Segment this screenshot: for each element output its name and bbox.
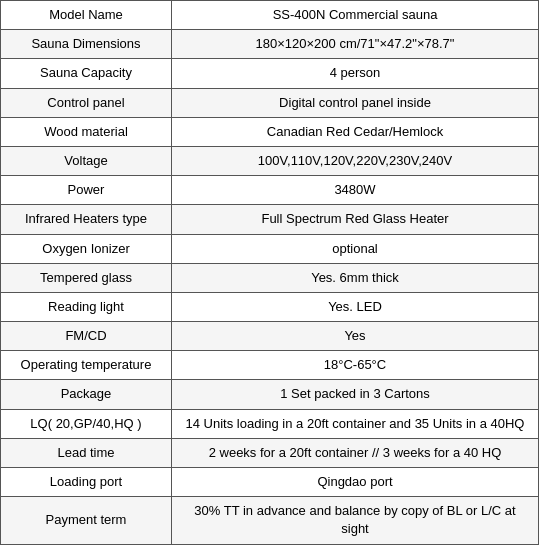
spec-value-16: Qingdao port xyxy=(172,468,539,497)
spec-label-9: Tempered glass xyxy=(1,263,172,292)
spec-value-0: SS-400N Commercial sauna xyxy=(172,1,539,30)
spec-label-3: Control panel xyxy=(1,88,172,117)
spec-value-12: 18°C-65°C xyxy=(172,351,539,380)
spec-label-2: Sauna Capacity xyxy=(1,59,172,88)
spec-label-8: Oxygen Ionizer xyxy=(1,234,172,263)
spec-label-4: Wood material xyxy=(1,117,172,146)
spec-label-11: FM/CD xyxy=(1,322,172,351)
spec-label-7: Infrared Heaters type xyxy=(1,205,172,234)
spec-value-1: 180×120×200 cm/71"×47.2"×78.7" xyxy=(172,30,539,59)
spec-value-11: Yes xyxy=(172,322,539,351)
product-spec-table: Model NameSS-400N Commercial saunaSauna … xyxy=(0,0,539,545)
spec-value-15: 2 weeks for a 20ft container // 3 weeks … xyxy=(172,438,539,467)
spec-value-17: 30% TT in advance and balance by copy of… xyxy=(172,497,539,544)
spec-label-13: Package xyxy=(1,380,172,409)
spec-value-13: 1 Set packed in 3 Cartons xyxy=(172,380,539,409)
spec-value-9: Yes. 6mm thick xyxy=(172,263,539,292)
spec-value-14: 14 Units loading in a 20ft container and… xyxy=(172,409,539,438)
spec-value-2: 4 person xyxy=(172,59,539,88)
spec-label-6: Power xyxy=(1,176,172,205)
spec-value-6: 3480W xyxy=(172,176,539,205)
spec-value-10: Yes. LED xyxy=(172,292,539,321)
spec-value-3: Digital control panel inside xyxy=(172,88,539,117)
spec-label-10: Reading light xyxy=(1,292,172,321)
spec-label-15: Lead time xyxy=(1,438,172,467)
spec-label-5: Voltage xyxy=(1,146,172,175)
spec-label-0: Model Name xyxy=(1,1,172,30)
spec-label-14: LQ( 20,GP/40,HQ ) xyxy=(1,409,172,438)
spec-value-5: 100V,110V,120V,220V,230V,240V xyxy=(172,146,539,175)
spec-value-7: Full Spectrum Red Glass Heater xyxy=(172,205,539,234)
spec-label-1: Sauna Dimensions xyxy=(1,30,172,59)
spec-value-4: Canadian Red Cedar/Hemlock xyxy=(172,117,539,146)
spec-label-17: Payment term xyxy=(1,497,172,544)
spec-label-12: Operating temperature xyxy=(1,351,172,380)
spec-label-16: Loading port xyxy=(1,468,172,497)
spec-value-8: optional xyxy=(172,234,539,263)
